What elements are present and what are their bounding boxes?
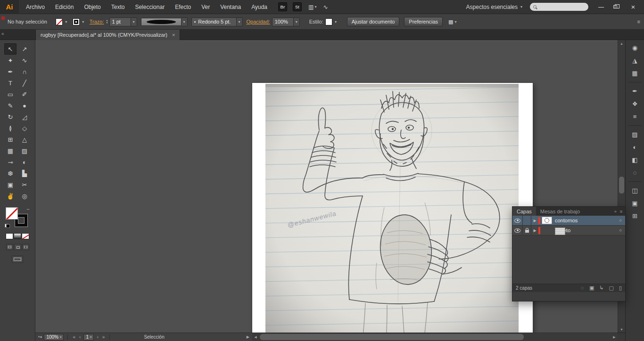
symbol-sprayer-tool[interactable]: ❆ (4, 168, 17, 179)
lock-toggle[interactable] (523, 226, 531, 235)
layer-thumbnail[interactable] (555, 227, 565, 235)
column-graph-tool[interactable]: ▙ (18, 168, 31, 179)
opacity-dropdown-icon[interactable]: ▾ (294, 17, 300, 26)
menu-ver[interactable]: Ver (196, 0, 215, 14)
select-similar-button[interactable]: ▩ ▾ (448, 19, 456, 25)
menu-seleccionar[interactable]: Seleccionar (130, 0, 170, 14)
scroll-left-icon[interactable]: ◀ (252, 333, 259, 341)
shape-builder-tool[interactable]: ⊞ (4, 134, 17, 145)
color-button[interactable] (6, 233, 13, 239)
zoom-tool[interactable]: ◎ (18, 190, 31, 202)
tab-mesas-de-trabajo[interactable]: Mesas de trabajo (536, 207, 584, 216)
new-sublayer-icon[interactable]: ↳ (599, 285, 603, 291)
fill-color-swatch[interactable] (6, 207, 18, 219)
search-box[interactable] (530, 3, 588, 11)
stroke-panel-icon[interactable]: ≡ (628, 111, 642, 122)
fit-document-button[interactable]: Ajustar documento (347, 17, 400, 26)
tab-close-icon[interactable]: × (172, 32, 175, 38)
status-expand-icon[interactable]: ▶ (247, 335, 249, 339)
gradient-tool[interactable]: ▨ (18, 145, 31, 156)
brush-preview[interactable] (141, 18, 182, 26)
gradient-panel-icon[interactable]: ▨ (628, 129, 642, 140)
menu-archivo[interactable]: Archivo (21, 0, 50, 14)
next-artboard-button[interactable]: › (96, 334, 99, 340)
workspace-switcher[interactable]: Aspectos esenciales ▾ (466, 4, 522, 10)
status-launch-icon[interactable]: ↪ (38, 334, 42, 340)
pencil-tool[interactable]: ✎ (4, 100, 17, 111)
menu-edicion[interactable]: Edición (50, 0, 79, 14)
type-tool[interactable]: T (4, 77, 17, 89)
symbols-panel-icon[interactable]: ❖ (628, 98, 642, 110)
swatches-panel-icon[interactable]: ▦ (628, 67, 642, 79)
graphic-styles-panel-icon[interactable]: ◌ (628, 167, 642, 179)
stroke-width-dropdown-icon[interactable]: ▾ (131, 17, 137, 26)
brush-dropdown-icon[interactable]: ▾ (182, 17, 188, 26)
menu-objeto[interactable]: Objeto (79, 0, 106, 14)
color-panel-icon[interactable]: ◉ (628, 42, 642, 54)
close-button[interactable]: × (622, 0, 644, 14)
menu-ventana[interactable]: Ventana (215, 0, 246, 14)
scroll-down-icon[interactable]: ▼ (618, 326, 625, 333)
free-transform-tool[interactable]: ◇ (18, 122, 31, 134)
restore-button[interactable] (608, 0, 622, 14)
perspective-grid-tool[interactable]: △ (18, 134, 31, 145)
layer-name[interactable]: contornos (555, 218, 578, 223)
scroll-up-icon[interactable]: ▲ (618, 40, 625, 47)
lock-toggle[interactable] (523, 216, 531, 225)
menu-efecto[interactable]: Efecto (170, 0, 196, 14)
document-tab[interactable]: rugbyy [Recuperado].ai* al 100% (CMYK/Pr… (35, 30, 180, 40)
lasso-tool[interactable]: ∿ (18, 55, 31, 66)
blob-brush-tool[interactable]: ● (18, 100, 31, 111)
search-input[interactable] (539, 4, 580, 10)
stroke-stepper[interactable]: ▲ ▼ (106, 19, 108, 24)
disclosure-triangle-icon[interactable]: ▶ (531, 219, 538, 223)
horizontal-scrollbar[interactable]: ◀ ▶ (252, 333, 618, 341)
stroke-dropdown-icon[interactable]: ▾ (81, 20, 86, 24)
stock-button[interactable]: St (293, 2, 302, 11)
artboard[interactable]: @eshanwewila (252, 83, 533, 333)
arrange-documents-button[interactable]: ▥ ▾ (308, 4, 316, 10)
swap-fill-stroke-icon[interactable]: ↔ (26, 206, 30, 211)
color-guide-panel-icon[interactable]: ◮ (628, 55, 642, 66)
artboard-dropdown-icon[interactable]: ▾ (90, 335, 92, 339)
layer-thumbnail[interactable] (542, 217, 552, 224)
line-segment-tool[interactable]: ╱ (18, 77, 31, 89)
brush-definition-field[interactable]: • Redondo 5 pt. (191, 17, 237, 26)
layers-panel-icon[interactable]: ◫ (628, 185, 642, 196)
style-dropdown-icon[interactable]: ▾ (333, 20, 339, 24)
scale-tool[interactable]: ◿ (18, 111, 31, 122)
rectangle-tool[interactable]: ▭ (4, 89, 17, 100)
screen-mode-button[interactable] (12, 256, 23, 263)
draw-normal-button[interactable] (6, 244, 13, 250)
stroke-link[interactable]: Trazo: (90, 19, 104, 24)
target-circle-icon[interactable]: ○ (619, 228, 622, 233)
control-panel-menu[interactable]: ≡ (637, 19, 640, 24)
blend-tool[interactable]: ◐ (18, 156, 31, 168)
stroke-swatch[interactable] (73, 18, 80, 25)
menu-ayuda[interactable]: Ayuda (246, 0, 272, 14)
gradient-button[interactable] (14, 233, 21, 239)
artboards-panel-icon[interactable]: ▣ (628, 197, 642, 209)
layer-row-contornos[interactable]: ▶ contornos ○ (512, 216, 625, 226)
eyedropper-tool[interactable]: ⊸ (4, 156, 17, 168)
tab-capas[interactable]: Capas (512, 207, 536, 216)
new-layer-icon[interactable]: ▢ (609, 285, 614, 291)
draw-inside-button[interactable] (22, 244, 29, 250)
slice-tool[interactable]: ✂ (18, 179, 31, 190)
selection-tool[interactable]: ↖ (4, 43, 17, 55)
paintbrush-tool[interactable]: ✐ (18, 89, 31, 100)
rotate-tool[interactable]: ↻ (4, 111, 17, 122)
make-clipping-mask-icon[interactable]: ▣ (589, 285, 594, 291)
vertical-scroll-thumb[interactable] (619, 177, 624, 194)
app-logo[interactable]: Ai (0, 0, 19, 14)
zoom-dropdown-icon[interactable]: ▾ (60, 335, 62, 339)
transparency-panel-icon[interactable]: ◐ (628, 141, 642, 153)
menu-texto[interactable]: Texto (106, 0, 130, 14)
width-tool[interactable]: ≬ (4, 122, 17, 134)
visibility-toggle[interactable] (512, 216, 523, 225)
mesh-tool[interactable]: ▦ (4, 145, 17, 156)
collapse-toolbar-icon[interactable]: « (1, 31, 4, 36)
cs-live-icon[interactable]: ∿ (323, 4, 328, 10)
stroke-width-field[interactable]: 1 pt (109, 17, 131, 26)
horizontal-scroll-thumb[interactable] (260, 334, 524, 340)
